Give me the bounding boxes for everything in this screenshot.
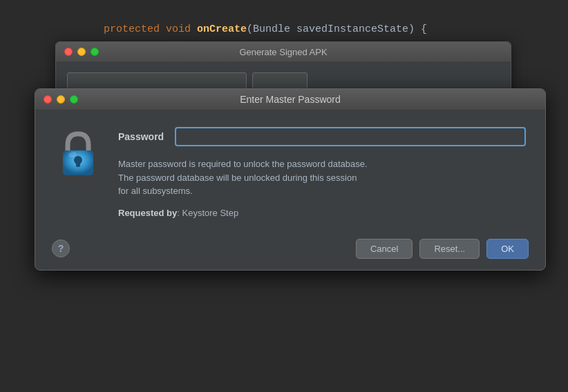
master-password-dialog: Enter Master Password: [35, 88, 546, 271]
master-footer-left: ?: [52, 239, 70, 257]
master-description: Master password is required to unlock th…: [118, 157, 526, 198]
requested-by-text: Requested by: Keystore Step: [118, 208, 526, 218]
master-dialog-title: Enter Master Password: [240, 94, 341, 105]
minimize-traffic-light[interactable]: [77, 48, 86, 56]
master-cancel-button[interactable]: Cancel: [356, 239, 413, 259]
password-label: Password: [118, 131, 167, 142]
master-maximize-button[interactable]: [70, 95, 78, 104]
master-reset-button[interactable]: Reset...: [419, 239, 480, 259]
master-help-button[interactable]: ?: [52, 239, 70, 257]
master-dialog-footer: ? Cancel Reset... OK: [35, 231, 545, 270]
generate-titlebar: Generate Signed APK: [56, 42, 511, 61]
master-footer-right: Cancel Reset... OK: [356, 239, 529, 259]
master-dialog-content: Password Master password is required to …: [118, 127, 526, 218]
maximize-traffic-light[interactable]: [91, 48, 99, 56]
password-input[interactable]: [175, 127, 526, 146]
password-row: Password: [118, 127, 526, 146]
close-traffic-light[interactable]: [64, 48, 73, 56]
master-ok-button[interactable]: OK: [486, 239, 529, 259]
master-minimize-button[interactable]: [57, 95, 65, 104]
master-dialog-titlebar: Enter Master Password: [35, 89, 545, 110]
master-close-button[interactable]: [44, 95, 52, 104]
master-dialog-body: Password Master password is required to …: [35, 110, 545, 231]
svg-rect-2: [76, 161, 80, 167]
requested-by-label: Requested by: [118, 208, 177, 218]
requested-by-value: Keystore Step: [182, 208, 238, 218]
lock-icon-wrap: [55, 127, 102, 182]
generate-window-title: Generate Signed APK: [239, 47, 327, 57]
lock-icon: [57, 130, 99, 179]
